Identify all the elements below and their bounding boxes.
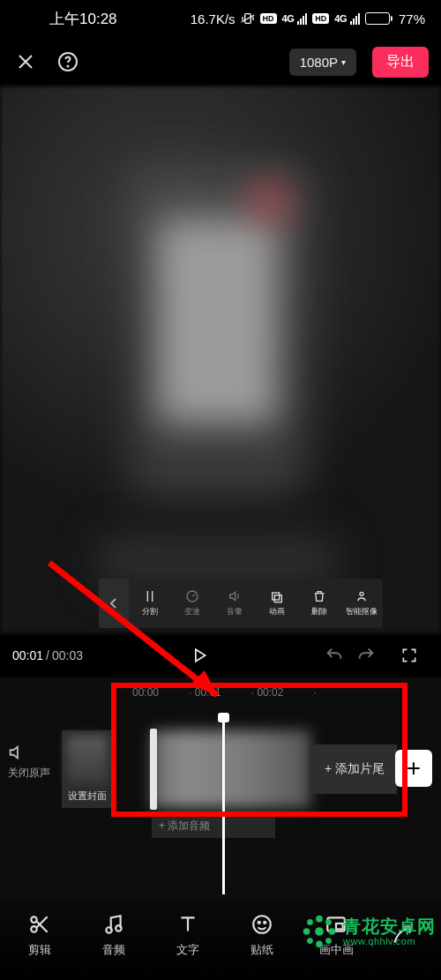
svg-point-21 [307,919,313,925]
mute-original-button[interactable]: 关闭原声 [7,743,51,781]
timeline[interactable]: 00:00 00:01 00:02 · 关闭原声 设置封面 + 添加片尾 + +… [0,677,441,907]
person-cutout-icon [355,589,369,603]
svg-rect-5 [274,595,281,602]
svg-point-18 [316,941,323,948]
chevron-down-icon: ▾ [341,57,346,67]
mute-label: 关闭原声 [8,767,50,779]
speed-icon [185,589,199,603]
help-button[interactable] [55,49,81,75]
mini-tool-split[interactable]: 分割 [129,579,171,628]
clip-handle[interactable] [150,729,157,810]
net-speed: 16.7K/s [191,11,235,26]
svg-point-20 [329,928,336,935]
ruler-dot: · [313,686,316,699]
signal-1 [297,13,307,25]
video-clip[interactable] [152,730,310,808]
time-current: 00:01 [12,648,43,662]
svg-point-17 [316,916,323,923]
site-watermark: 青花安卓网 www.qhhlv.com [299,911,436,952]
scissors-icon [28,912,51,937]
watermark-title: 青花安卓网 [343,916,436,936]
export-button[interactable]: 导出 [372,47,429,78]
mini-tool-label: 删除 [311,606,327,617]
mini-tool-delete[interactable]: 删除 [298,579,340,628]
svg-point-10 [116,925,122,931]
svg-point-24 [325,938,332,944]
tool-edit[interactable]: 剪辑 [5,912,74,958]
battery-pct: 77% [399,11,425,26]
set-cover-button[interactable]: 设置封面 [62,730,113,808]
split-icon [143,589,157,603]
mini-back-button[interactable] [99,579,129,628]
speaker-icon [7,743,51,762]
svg-point-6 [360,592,363,595]
tool-label: 文字 [176,942,199,958]
svg-rect-4 [273,593,280,600]
redo-button[interactable] [356,646,376,665]
mini-tool-speed[interactable]: 变速 [171,579,213,628]
trash-icon [312,589,326,603]
preview-blur-shape [99,536,337,584]
ruler-tick: 00:02 [251,686,284,699]
mini-tool-volume[interactable]: 音量 [213,579,256,628]
volume-icon [228,589,242,603]
resolution-button[interactable]: 1080P ▾ [289,49,356,76]
mini-tool-label: 智能抠像 [346,606,377,617]
svg-point-22 [325,919,332,925]
status-time: 上午10:28 [49,9,117,29]
time-ruler: 00:00 00:01 00:02 · [0,683,441,702]
add-audio-button[interactable]: + 添加音频 [152,813,275,838]
ruler-tick: 00:00 [132,686,159,699]
clip-mini-toolbar: 分割 变速 音量 动画 删除 [99,579,383,628]
svg-point-16 [315,927,324,936]
app-top-bar: 1080P ▾ 导出 [0,37,441,86]
mini-tool-label: 音量 [227,606,243,617]
playhead[interactable] [222,718,225,894]
svg-point-9 [106,927,112,933]
battery-icon [365,12,390,25]
svg-point-19 [303,928,310,935]
close-button[interactable] [12,49,39,75]
hd-badge-1: HD [260,13,277,24]
preview-blur-shape [252,183,288,219]
mini-tool-label: 变速 [184,606,200,617]
animation-icon [270,589,284,603]
svg-point-23 [307,938,313,944]
mini-tool-cutout[interactable]: 智能抠像 [340,579,383,628]
svg-point-13 [264,922,265,924]
play-button[interactable] [180,636,219,675]
ruler-tick: 00:01 [189,686,221,699]
tool-audio[interactable]: 音频 [79,912,148,958]
tool-label: 贴纸 [250,942,273,958]
tool-sticker[interactable]: 贴纸 [228,912,296,958]
tracks: 关闭原声 设置封面 + 添加片尾 + + 添加音频 [0,727,441,833]
fullscreen-button[interactable] [390,636,429,675]
text-icon [176,912,199,937]
cover-label: 设置封面 [68,789,107,803]
net-type-2: 4G [334,13,347,24]
mini-tool-label: 动画 [269,606,285,617]
tool-label: 音频 [102,942,125,958]
add-ending-button[interactable]: + 添加片尾 [312,744,397,794]
svg-point-11 [253,916,271,933]
status-right: 16.7K/s HD 4G HD 4G 77% [191,11,425,26]
sticker-icon [250,912,273,937]
svg-point-12 [258,922,260,924]
hd-badge-2: HD [312,13,329,24]
status-bar: 上午10:28 16.7K/s HD 4G HD 4G 77% [0,0,441,37]
watermark-url: www.qhhlv.com [343,936,436,946]
time-total: 00:03 [52,648,83,662]
resolution-label: 1080P [300,55,338,70]
undo-button[interactable] [325,646,344,665]
preview-blur-shape [157,219,277,423]
add-clip-button[interactable]: + [395,750,432,787]
net-type-1: 4G [282,13,295,24]
video-preview[interactable]: 分割 变速 音量 动画 删除 [0,86,441,633]
mini-tool-label: 分割 [142,606,158,617]
watermark-logo-icon [299,911,340,952]
music-note-icon [102,912,125,937]
tool-text[interactable]: 文字 [153,912,222,958]
mini-tool-animation[interactable]: 动画 [256,579,298,628]
time-separator: / [46,648,49,662]
signal-2 [350,13,360,25]
